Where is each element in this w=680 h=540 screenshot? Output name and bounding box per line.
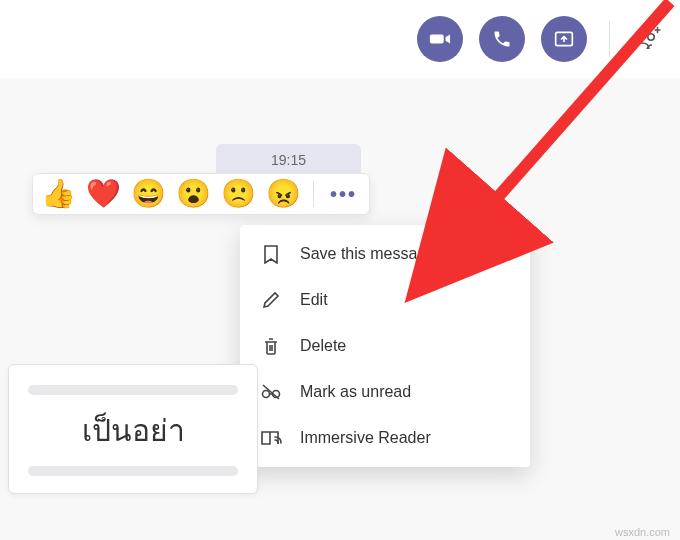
menu-label: Immersive Reader	[300, 429, 431, 447]
compose-box[interactable]: เป็นอย่า	[8, 364, 258, 494]
watermark: wsxdn.com	[615, 526, 670, 538]
screenshare-button[interactable]	[541, 16, 587, 62]
menu-item-save[interactable]: Save this message	[240, 231, 530, 277]
placeholder-line	[28, 466, 238, 476]
compose-text: เป็นอย่า	[82, 407, 185, 454]
reaction-sad[interactable]: 🙁	[221, 180, 256, 208]
menu-label: Save this message	[300, 245, 435, 263]
bookmark-icon	[260, 243, 282, 265]
glasses-slash-icon	[260, 381, 282, 403]
reaction-bar: 👍 ❤️ 😄 😮 🙁 😠 •••	[32, 173, 370, 215]
reaction-laugh[interactable]: 😄	[131, 180, 166, 208]
menu-item-immersive[interactable]: Immersive Reader	[240, 415, 530, 461]
svg-point-3	[263, 391, 270, 398]
screenshare-icon	[554, 29, 574, 49]
menu-item-delete[interactable]: Delete	[240, 323, 530, 369]
pencil-icon	[260, 289, 282, 311]
menu-item-mark-unread[interactable]: Mark as unread	[240, 369, 530, 415]
video-call-button[interactable]	[417, 16, 463, 62]
message-context-menu: Save this message Edit Delete Mark as un…	[240, 225, 530, 467]
menu-label: Edit	[300, 291, 328, 309]
immersive-reader-icon	[260, 427, 282, 449]
trash-icon	[260, 335, 282, 357]
menu-label: Mark as unread	[300, 383, 411, 401]
more-actions-button[interactable]: •••	[326, 183, 361, 206]
audio-call-button[interactable]	[479, 16, 525, 62]
reaction-surprised[interactable]: 😮	[176, 180, 211, 208]
reaction-angry[interactable]: 😠	[266, 180, 301, 208]
reaction-separator	[313, 181, 314, 207]
phone-icon	[492, 29, 512, 49]
video-icon	[429, 28, 451, 50]
reaction-like[interactable]: 👍	[41, 180, 76, 208]
svg-point-2	[648, 34, 654, 40]
add-people-button[interactable]	[632, 24, 662, 54]
message-timestamp: 19:15	[271, 152, 306, 168]
reaction-heart[interactable]: ❤️	[86, 180, 121, 208]
menu-item-edit[interactable]: Edit	[240, 277, 530, 323]
header-divider	[609, 21, 610, 57]
placeholder-line	[28, 385, 238, 395]
people-icon	[633, 26, 661, 52]
menu-label: Delete	[300, 337, 346, 355]
svg-point-1	[638, 31, 646, 39]
chat-header	[0, 0, 680, 78]
